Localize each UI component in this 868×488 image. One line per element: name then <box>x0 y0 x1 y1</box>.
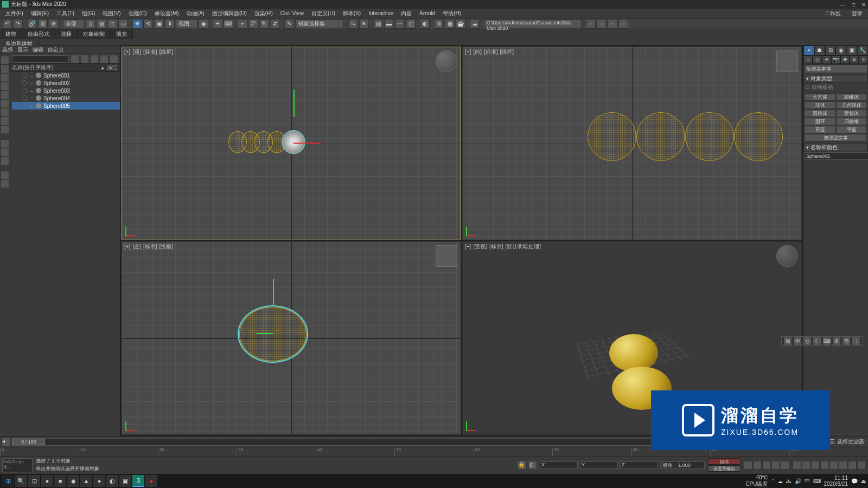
rollout-name-color[interactable]: ▾ 名称和颜色 <box>803 144 868 151</box>
schematic-view-button[interactable]: ◫ <box>406 19 416 29</box>
subtab-shapes-icon[interactable]: ◇ <box>813 55 822 64</box>
viewport-left[interactable]: [+][左][标准][线框] <box>122 241 461 435</box>
tab-hierarchy-icon[interactable]: ⊞ <box>825 46 836 55</box>
viewcube-icon[interactable] <box>436 245 457 267</box>
move-button[interactable]: ✥ <box>132 19 142 29</box>
btn-geosphere[interactable]: 几何球体 <box>836 101 867 109</box>
autogrid-checkbox[interactable]: ☐ 自动栅格 <box>803 82 868 92</box>
use-center-button[interactable]: ◉ <box>199 19 208 29</box>
subtab-systems-icon[interactable]: ⚛ <box>859 55 868 64</box>
edit-named-sel-button[interactable]: ✎ <box>284 19 294 29</box>
project-path[interactable]: C:\Users\Administrator\Documents\3ds Max… <box>484 20 582 28</box>
prev-frame-icon[interactable] <box>753 461 762 470</box>
mirror-button[interactable]: ⇋ <box>348 19 358 29</box>
autokey-button[interactable]: 自动 <box>708 458 741 465</box>
select-manipulate-button[interactable]: ✦ <box>213 19 222 29</box>
tab-motion-icon[interactable]: ◉ <box>835 46 846 55</box>
se-menu-display[interactable]: 显示 <box>17 46 28 54</box>
next-frame-icon[interactable] <box>771 461 780 470</box>
maximize-button[interactable]: □ <box>852 2 855 8</box>
material-editor-button[interactable]: ◐ <box>420 19 430 29</box>
taskbar-3dsmax[interactable]: 3 <box>132 475 144 487</box>
se-pin-icon[interactable] <box>100 55 108 63</box>
scale-button[interactable]: ▣ <box>154 19 164 29</box>
visibility-icon[interactable] <box>22 103 27 108</box>
btn-plane[interactable]: 平面 <box>836 126 867 133</box>
selection-filter[interactable]: 全部 <box>63 20 85 28</box>
se-display-containers-icon[interactable] <box>1 117 9 125</box>
keyboard-shortcut-button[interactable]: ⌨ <box>224 19 233 29</box>
curve-editor-button[interactable]: 〰 <box>395 19 405 29</box>
se-display-bone-icon[interactable] <box>1 108 9 116</box>
extra-button-3[interactable]: ▫ <box>608 19 617 29</box>
ribbon-tab-populate[interactable]: 填充 <box>111 29 133 39</box>
se-filter-2-icon[interactable] <box>1 180 9 188</box>
ime-more-icon[interactable]: ⋮ <box>852 337 860 345</box>
btn-teapot[interactable]: 茶壶 <box>805 126 835 133</box>
tray-cloud-icon[interactable]: ☁ <box>777 478 783 484</box>
weather-temp[interactable]: 40℃ <box>745 474 768 480</box>
menu-civilview[interactable]: Civil View <box>277 10 307 16</box>
viewcube-icon[interactable] <box>436 50 457 72</box>
extra-button-2[interactable]: ▫ <box>597 19 607 29</box>
coord-x-input[interactable]: X: <box>540 461 578 469</box>
btn-pyramid[interactable]: 四棱锥 <box>836 118 867 125</box>
btn-sphere[interactable]: 球体 <box>805 101 835 109</box>
ime-punct-icon[interactable]: •) <box>803 337 811 345</box>
btn-cylinder[interactable]: 圆柱体 <box>805 110 835 117</box>
coord-z-input[interactable]: Z: <box>620 461 658 469</box>
snap-button[interactable]: ⌖ <box>238 19 247 29</box>
se-lock-icon[interactable] <box>91 55 98 63</box>
subtab-cameras-icon[interactable]: 📷 <box>831 55 840 64</box>
viewport-persp-label[interactable]: [+][透视][标准][默认明暗处理] <box>465 243 543 251</box>
spinner-snap-button[interactable]: ⇵ <box>270 19 280 29</box>
isolate-icon[interactable]: ◎ <box>529 461 537 469</box>
ime-keyboard-icon[interactable]: ⌨ <box>823 337 831 345</box>
named-selection-set[interactable]: 创建选择集 <box>295 20 344 28</box>
menu-edit[interactable]: 编辑(E) <box>28 10 52 17</box>
object-name-input[interactable] <box>805 152 868 160</box>
expand-icon[interactable]: – <box>29 103 34 109</box>
menu-help[interactable]: 帮助(H) <box>439 10 464 17</box>
menu-animation[interactable]: 动画(A) <box>183 10 208 17</box>
tree-row-sphere004[interactable]: – Sphere004 <box>12 94 120 102</box>
se-filter-1-icon[interactable] <box>1 171 9 179</box>
ime-toolbar[interactable]: 输 中 •) ☾ ⌨ ⚙ 简 ⋮ <box>781 336 863 346</box>
se-display-spacewarps-icon[interactable] <box>1 100 9 107</box>
tree-row-sphere005[interactable]: – Sphere005 <box>12 102 120 110</box>
maxscript-listener[interactable]: MAXScript 迷... <box>2 458 33 472</box>
extra-button-1[interactable]: ▫ <box>586 19 596 29</box>
se-search-icon[interactable] <box>71 55 79 63</box>
tray-eject-icon[interactable]: ⏏ <box>861 478 866 484</box>
zoom-extents-icon[interactable] <box>820 461 829 470</box>
se-add-icon[interactable] <box>110 55 118 63</box>
bind-button[interactable]: ⊕ <box>49 19 59 29</box>
taskbar-app-1[interactable]: ● <box>41 475 53 487</box>
tray-up-icon[interactable]: ˄ <box>771 478 774 484</box>
expand-icon[interactable]: – <box>29 73 34 79</box>
tray-net-icon[interactable]: 🖧 <box>786 478 792 484</box>
zoom-all-icon[interactable] <box>811 461 820 470</box>
se-display-helpers-icon[interactable] <box>1 91 9 99</box>
se-display-cameras-icon[interactable] <box>1 82 9 90</box>
select-button[interactable]: ▯ <box>86 19 95 29</box>
se-menu-customize[interactable]: 自定义 <box>48 46 64 54</box>
visibility-icon[interactable] <box>22 73 27 78</box>
ribbon-tab-modeling[interactable]: 建模 <box>0 29 22 39</box>
se-display-shapes-icon[interactable] <box>1 65 9 73</box>
se-header-name[interactable]: 名称(按升序排序) <box>12 64 54 72</box>
search-icon[interactable]: 🔍 <box>15 475 27 487</box>
scene-explorer-header[interactable]: 名称(按升序排序) ▲ 冻结 <box>0 64 120 72</box>
pan-icon[interactable] <box>793 461 801 470</box>
minimize-button[interactable]: — <box>840 2 845 8</box>
visibility-icon[interactable] <box>22 80 27 86</box>
taskbar-app-7[interactable]: ▣ <box>119 475 131 487</box>
subtab-spacewarps-icon[interactable]: ≋ <box>850 55 859 64</box>
viewcube-icon[interactable] <box>776 50 798 72</box>
btn-textplus[interactable]: 加强型文本 <box>805 134 867 142</box>
place-button[interactable]: ⬇ <box>165 19 175 29</box>
layer-explorer-button[interactable]: ▤ <box>373 19 383 29</box>
maximize-viewport-icon[interactable] <box>848 461 857 470</box>
tray-ime-icon[interactable]: 中 <box>805 477 810 485</box>
taskbar-app-4[interactable]: ▲ <box>80 475 92 487</box>
